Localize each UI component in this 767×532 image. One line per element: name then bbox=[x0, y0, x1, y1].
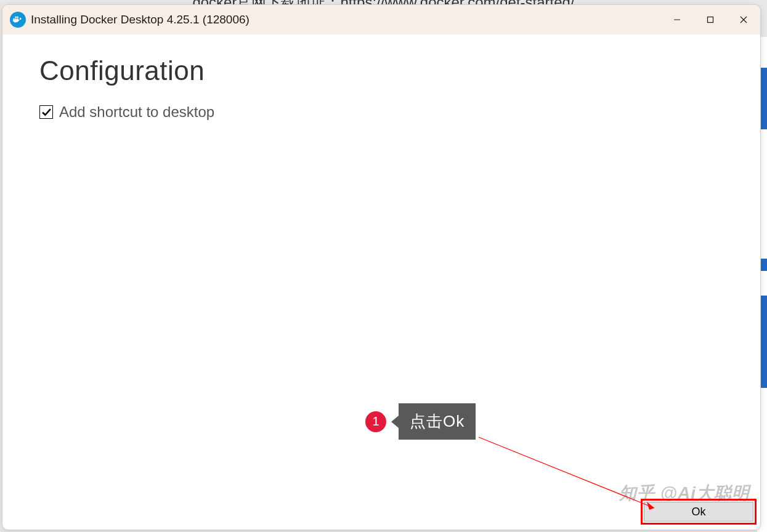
footer: Ok bbox=[2, 498, 760, 530]
svg-rect-0 bbox=[14, 18, 15, 20]
svg-rect-6 bbox=[708, 17, 713, 23]
window-title: Installing Docker Desktop 4.25.1 (128006… bbox=[31, 13, 250, 26]
installer-window: Installing Docker Desktop 4.25.1 (128006… bbox=[2, 4, 761, 530]
ok-button-highlight: Ok bbox=[641, 499, 757, 525]
annotation-pointer-icon bbox=[391, 416, 399, 428]
checkbox-label: Add shortcut to desktop bbox=[59, 103, 214, 121]
checkbox-add-shortcut[interactable] bbox=[39, 105, 53, 119]
minimize-button[interactable] bbox=[660, 5, 694, 34]
svg-rect-1 bbox=[15, 18, 17, 20]
svg-rect-4 bbox=[17, 17, 18, 18]
option-row-shortcut[interactable]: Add shortcut to desktop bbox=[39, 103, 723, 121]
page-title: Configuration bbox=[39, 55, 723, 86]
annotation-text: 点击Ok bbox=[399, 403, 476, 440]
titlebar: Installing Docker Desktop 4.25.1 (128006… bbox=[2, 5, 760, 34]
ok-button[interactable]: Ok bbox=[644, 502, 753, 522]
docker-icon bbox=[10, 12, 26, 28]
maximize-button[interactable] bbox=[694, 5, 727, 34]
svg-rect-3 bbox=[15, 17, 17, 18]
annotation-step-number: 1 bbox=[365, 411, 386, 432]
svg-rect-2 bbox=[17, 18, 18, 20]
close-button[interactable] bbox=[727, 5, 760, 34]
annotation-callout: 1 点击Ok bbox=[365, 403, 476, 440]
